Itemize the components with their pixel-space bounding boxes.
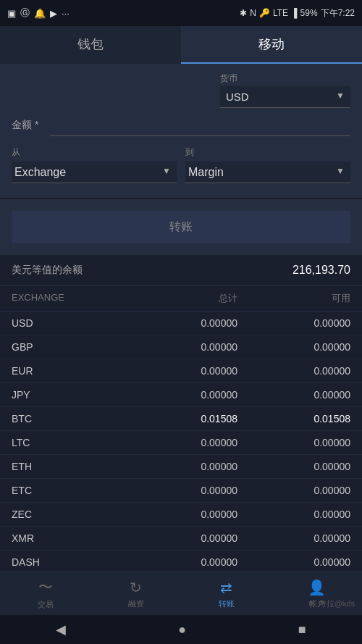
table-row: ETC0.000000.00000 (0, 479, 362, 503)
top-tabs: 钱包 移动 (0, 26, 362, 64)
td-currency: ETC (12, 485, 125, 496)
from-group: 从 Exchange Margin Funding ▼ (12, 146, 177, 183)
from-to-row: 从 Exchange Margin Funding ▼ 到 Margin Exc… (12, 146, 350, 183)
currency-select[interactable]: USD BTC ETH LTC EUR (220, 86, 350, 108)
recents-button[interactable]: ■ (298, 622, 306, 637)
form-area: 货币 USD BTC ETH LTC EUR ▼ 金额 * 从 Exchange… (0, 64, 362, 198)
table-row: ZEC0.000000.00000 (0, 503, 362, 527)
td-total: 0.00000 (125, 532, 237, 544)
nav-funding[interactable]: ↻ 融资 (90, 572, 181, 615)
td-total: 0.00000 (125, 389, 237, 401)
table-row: EUR0.000000.00000 (0, 359, 362, 383)
td-available: 0.00000 (237, 389, 350, 401)
td-available: 0.00000 (237, 509, 350, 520)
td-available: 0.00000 (237, 461, 350, 472)
transfer-icon: ⇄ (220, 579, 232, 596)
td-currency: EUR (12, 365, 125, 377)
status-bar: ▣ Ⓖ 🔔 ▶ ··· ✱ N 🔑 LTE ▐ 59% 下午7:22 (0, 0, 362, 26)
currency-label: 货币 (220, 72, 350, 85)
td-currency: ZEC (12, 509, 125, 520)
td-available: 0.01508 (237, 413, 350, 425)
notification-icon: 🔔 (34, 8, 46, 19)
td-total: 0.00000 (125, 437, 237, 448)
balance-value: 216,193.70 (292, 264, 350, 277)
table-rows: USD0.000000.00000GBP0.000000.00000EUR0.0… (0, 311, 362, 598)
td-available: 0.00000 (237, 317, 350, 329)
funding-icon: ↻ (130, 579, 142, 596)
td-total: 0.00000 (125, 317, 237, 329)
td-currency: XMR (12, 532, 125, 544)
td-currency: ETH (12, 461, 125, 472)
play-icon: ▶ (50, 8, 57, 19)
signal-icon: ▐ (291, 8, 298, 18)
tab-wallet[interactable]: 钱包 (0, 26, 181, 64)
amount-input[interactable] (50, 114, 350, 136)
td-total: 0.00000 (125, 341, 237, 353)
td-total: 0.01508 (125, 413, 237, 425)
header-total: 总计 (125, 292, 237, 305)
to-label: 到 (185, 146, 350, 159)
dots: ··· (62, 8, 70, 19)
app-icon-2: Ⓖ (20, 7, 30, 20)
table-row: JPY0.000000.00000 (0, 383, 362, 407)
back-button[interactable]: ◀ (56, 622, 66, 637)
from-label: 从 (12, 146, 177, 159)
status-left-icons: ▣ Ⓖ 🔔 ▶ ··· (7, 7, 70, 20)
currency-row: 货币 USD BTC ETH LTC EUR ▼ (12, 72, 350, 108)
td-currency: LTC (12, 437, 125, 448)
currency-select-wrapper: 货币 USD BTC ETH LTC EUR ▼ (220, 72, 350, 108)
table-row: LTC0.000000.00000 (0, 431, 362, 455)
table-row: USD0.000000.00000 (0, 311, 362, 335)
amount-label: 金额 * (12, 119, 38, 136)
nfc-icon: N (250, 8, 256, 18)
nav-transfer[interactable]: ⇄ 转账 (181, 572, 272, 615)
nav-transfer-label: 转账 (219, 598, 235, 609)
table-row: ETH0.000000.00000 (0, 455, 362, 479)
to-group: 到 Margin Exchange Funding ▼ (185, 146, 350, 183)
td-total: 0.00000 (125, 485, 237, 496)
bluetooth-icon: ✱ (240, 8, 247, 18)
header-available: 可用 (237, 292, 350, 305)
td-available: 0.00000 (237, 485, 350, 496)
table-header: EXCHANGE 总计 可用 (0, 286, 362, 311)
battery-icon: 59% (300, 8, 318, 18)
time: 下午7:22 (321, 7, 355, 20)
table-row: XMR0.000000.00000 (0, 527, 362, 551)
td-available: 0.00000 (237, 365, 350, 377)
account-icon: 👤 (308, 579, 326, 596)
watermark: 考拉@kds (319, 598, 355, 609)
td-total: 0.00000 (125, 556, 237, 568)
lte-icon: LTE (273, 8, 288, 18)
table-row: GBP0.000000.00000 (0, 335, 362, 359)
amount-row: 金额 * (12, 114, 350, 136)
td-available: 0.00000 (237, 341, 350, 353)
td-currency: JPY (12, 389, 125, 401)
td-total: 0.00000 (125, 365, 237, 377)
tab-move[interactable]: 移动 (181, 26, 362, 64)
home-button[interactable]: ● (178, 622, 186, 637)
status-right-icons: ✱ N 🔑 LTE ▐ 59% 下午7:22 (240, 7, 355, 20)
balance-label: 美元等值的余额 (12, 264, 83, 277)
app-icon-1: ▣ (7, 8, 16, 19)
section-label: EXCHANGE (12, 292, 125, 305)
transfer-btn-area: 转账 (0, 199, 362, 255)
td-currency: USD (12, 317, 125, 329)
td-currency: BTC (12, 413, 125, 425)
td-available: 0.00000 (237, 556, 350, 568)
transfer-button[interactable]: 转账 (12, 211, 350, 243)
nav-trade-label: 交易 (38, 599, 54, 610)
to-select[interactable]: Margin Exchange Funding (185, 162, 350, 183)
trade-icon: 〜 (38, 577, 53, 597)
td-currency: GBP (12, 341, 125, 353)
nav-funding-label: 融资 (128, 598, 144, 609)
td-available: 0.00000 (237, 437, 350, 448)
key-icon: 🔑 (259, 8, 270, 18)
table-row: BTC0.015080.01508 (0, 407, 362, 431)
td-currency: DASH (12, 556, 125, 568)
from-select[interactable]: Exchange Margin Funding (12, 162, 177, 183)
bottom-nav: 〜 交易 ↻ 融资 ⇄ 转账 👤 帐户 (0, 572, 362, 615)
android-nav-bar: ◀ ● ■ (0, 615, 362, 644)
td-total: 0.00000 (125, 461, 237, 472)
nav-trade[interactable]: 〜 交易 (0, 572, 90, 615)
table-section: EXCHANGE 总计 可用 USD0.000000.00000GBP0.000… (0, 286, 362, 598)
